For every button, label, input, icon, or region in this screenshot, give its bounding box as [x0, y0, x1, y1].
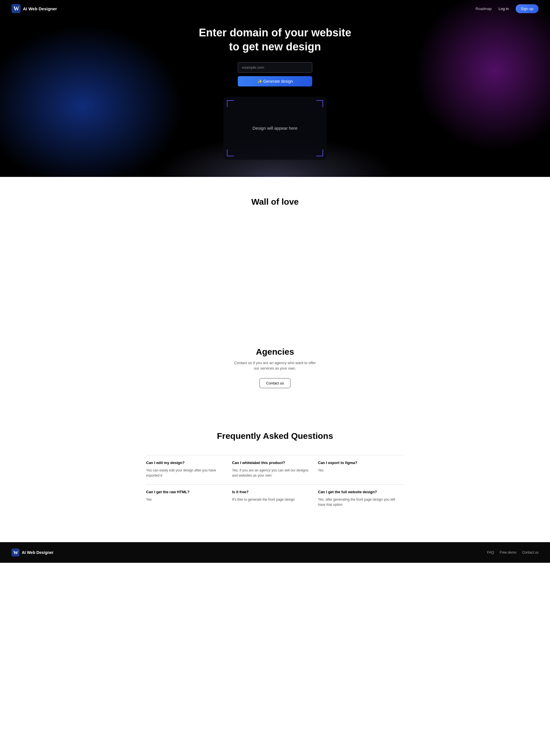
agencies-title: Agencies	[11, 347, 539, 357]
testimonials-grid	[137, 218, 413, 304]
generate-button[interactable]: ✨ Generate design	[238, 76, 312, 86]
signup-button[interactable]: Sign up	[516, 4, 539, 13]
logo: W AI Web Designer	[11, 4, 57, 13]
agencies-description: Contact us if you are an agency who want…	[232, 360, 318, 371]
corner-bottom-left	[227, 149, 234, 156]
faq-grid: Can I edit my design? You can easily edi…	[146, 455, 404, 514]
hero-section: Enter domain of your website to get new …	[0, 0, 550, 177]
faq-title: Frequently Asked Questions	[23, 431, 527, 441]
header: W AI Web Designer Roadmap Log in Sign up	[0, 0, 550, 17]
faq-item: Can I get the full website design? Yes, …	[318, 484, 404, 514]
svg-text:W: W	[13, 5, 19, 12]
agencies-section: Agencies Contact us if you are an agency…	[0, 327, 550, 411]
logo-text: AI Web Designer	[23, 6, 57, 11]
faq-answer: It's free to generate the front page des…	[232, 497, 312, 502]
faq-question: Is it free?	[232, 490, 312, 494]
faq-item: Can I whitelabel this product? Yes, if y…	[232, 455, 318, 484]
faq-item: Is it free? It's free to generate the fr…	[232, 484, 318, 514]
faq-question: Can I edit my design?	[146, 461, 226, 465]
hero-title: Enter domain of your website to get new …	[199, 26, 351, 54]
footer-logo-text: AI Web Designer	[22, 550, 54, 555]
footer-faq-link[interactable]: FAQ	[487, 550, 494, 554]
faq-question: Can I get the raw HTML?	[146, 490, 226, 494]
login-button[interactable]: Log in	[498, 7, 508, 11]
faq-section: Frequently Asked Questions Can I edit my…	[0, 411, 550, 542]
wall-of-love-title: Wall of love	[11, 197, 539, 207]
faq-question: Can I export to figma?	[318, 461, 398, 465]
faq-answer: Yes, if you are an agency you can sell o…	[232, 468, 312, 478]
contact-us-button[interactable]: Contact us	[259, 378, 291, 388]
corner-top-left	[227, 100, 234, 107]
faq-question: Can I get the full website design?	[318, 490, 398, 494]
corner-bottom-right	[316, 149, 323, 156]
logo-icon: W	[11, 4, 21, 13]
faq-item: Can I export to figma? Yes	[318, 455, 404, 484]
faq-question: Can I whitelabel this product?	[232, 461, 312, 465]
corner-top-right	[316, 100, 323, 107]
preview-corners	[223, 97, 327, 160]
faq-answer: Yes	[318, 468, 398, 473]
footer-links: FAQ Free demo Contact us	[487, 550, 539, 554]
faq-answer: Yes	[146, 497, 226, 502]
footer-contact-us-link[interactable]: Contact us	[522, 550, 539, 554]
nav: Roadmap Log in Sign up	[476, 4, 539, 13]
footer-logo-icon: W	[11, 548, 19, 556]
footer: W AI Web Designer FAQ Free demo Contact …	[0, 542, 550, 563]
footer-logo: W AI Web Designer	[11, 548, 54, 556]
footer-free-demo-link[interactable]: Free demo	[500, 550, 517, 554]
faq-answer: You can easily edit your design after yo…	[146, 468, 226, 478]
nav-roadmap[interactable]: Roadmap	[476, 7, 492, 11]
faq-item: Can I edit my design? You can easily edi…	[146, 455, 232, 484]
faq-item: Can I get the raw HTML? Yes	[146, 484, 232, 514]
domain-input[interactable]	[238, 62, 312, 73]
svg-text:W: W	[13, 550, 18, 555]
design-preview-area: Design will appear here	[223, 97, 327, 160]
faq-answer: Yes, after generating the front page des…	[318, 497, 398, 507]
domain-input-wrapper	[238, 62, 312, 73]
wall-of-love-section: Wall of love	[0, 177, 550, 327]
